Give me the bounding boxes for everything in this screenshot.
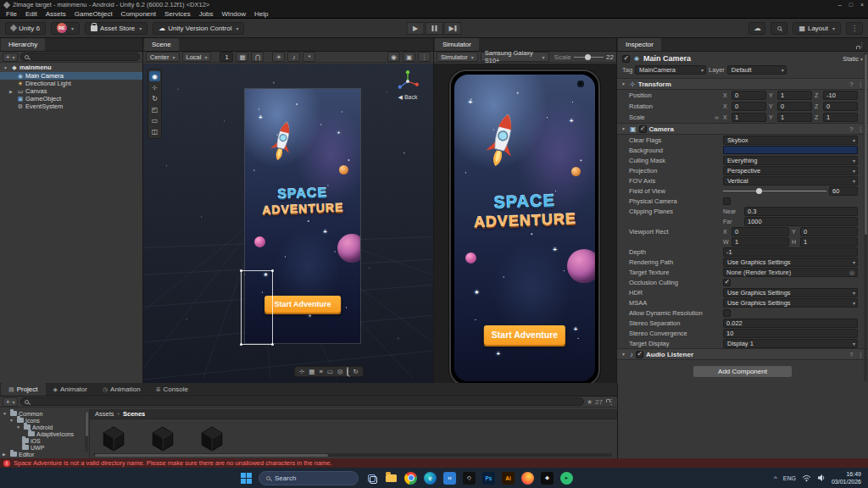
projection-dropdown[interactable]: Perspective: [723, 166, 858, 175]
toolbar-more-icon[interactable]: [846, 22, 863, 35]
breadcrumb-assets[interactable]: Assets: [95, 410, 114, 418]
scene-visibility-icon[interactable]: ◉: [387, 52, 400, 62]
taskbar-search-input[interactable]: Search: [259, 471, 359, 485]
layer-dropdown[interactable]: Default: [727, 65, 787, 75]
fov-slider[interactable]: [723, 186, 826, 195]
foldout-icon[interactable]: [9, 418, 15, 423]
hierarchy-item-canvas[interactable]: Canvas: [0, 87, 142, 95]
foldout-icon[interactable]: [3, 411, 8, 416]
lighting-toggle-icon[interactable]: ☀: [272, 52, 285, 62]
tray-expand-icon[interactable]: ^: [774, 474, 777, 482]
viewport-h-field[interactable]: 1: [800, 237, 858, 247]
tag-dropdown[interactable]: MainCamera: [635, 65, 706, 75]
folder-editor[interactable]: Editor: [0, 451, 89, 458]
tab-simulator[interactable]: Simulator: [435, 38, 479, 51]
edge-icon[interactable]: e: [424, 472, 437, 485]
hierarchy-item-gameobject[interactable]: GameObject: [0, 95, 142, 103]
step-button[interactable]: ▶: [444, 22, 462, 35]
orientation-gizmo[interactable]: ◀ Back: [392, 69, 423, 101]
taskbar-clock[interactable]: 16:49 03/01/2026: [832, 470, 861, 485]
foldout-icon[interactable]: [621, 81, 627, 86]
overlay-rotate-icon[interactable]: ↻: [353, 368, 358, 375]
device-screen[interactable]: + + + ★ + +: [454, 75, 595, 381]
hdr-dropdown[interactable]: Use Graphics Settings: [723, 288, 858, 297]
project-search-input[interactable]: [20, 397, 584, 406]
camera-enabled-checkbox[interactable]: [639, 125, 647, 133]
pivot-dropdown[interactable]: Center: [146, 52, 180, 62]
scale-link-icon[interactable]: ∞: [715, 114, 721, 120]
overlay-orbit-icon[interactable]: ◎: [337, 368, 343, 375]
scene-camera-icon[interactable]: ▣: [403, 52, 415, 62]
add-component-button[interactable]: Add Component: [693, 365, 793, 378]
task-view-icon[interactable]: [365, 472, 378, 485]
inspector-scrollbar[interactable]: [864, 53, 867, 381]
overlay-frame-icon[interactable]: ▭: [327, 368, 333, 375]
close-icon[interactable]: ×: [860, 2, 864, 8]
menu-file[interactable]: File: [2, 10, 21, 18]
rotation-y-field[interactable]: 0: [777, 102, 812, 111]
component-menu-icon[interactable]: [858, 80, 865, 88]
start-adventure-button[interactable]: Start Adventure: [484, 325, 565, 345]
viewport-w-field[interactable]: 1: [732, 237, 789, 247]
grid-size-field[interactable]: 1: [220, 52, 233, 62]
hierarchy-item-main-camera[interactable]: Main Camera: [0, 72, 142, 80]
play-button[interactable]: ▶: [407, 22, 425, 35]
component-menu-icon[interactable]: [858, 125, 865, 133]
hierarchy-add-button[interactable]: +: [3, 53, 18, 62]
rendering-path-dropdown[interactable]: Use Graphics Settings: [723, 258, 858, 267]
foldout-icon[interactable]: [621, 126, 627, 131]
rotate-tool-icon[interactable]: ↻: [149, 93, 160, 103]
target-display-dropdown[interactable]: Display 1: [723, 339, 858, 348]
tab-project[interactable]: ▤Project: [1, 383, 46, 396]
fov-field[interactable]: 60: [829, 186, 858, 196]
menu-window[interactable]: Window: [218, 10, 250, 18]
asset-store-button[interactable]: Asset Store: [85, 22, 147, 35]
foldout-icon[interactable]: [3, 65, 9, 70]
help-icon[interactable]: ?: [849, 125, 853, 133]
foldout-icon[interactable]: [16, 424, 22, 430]
wifi-icon[interactable]: [802, 474, 811, 482]
background-color-field[interactable]: [723, 146, 858, 154]
fov-axis-dropdown[interactable]: Vertical: [723, 176, 858, 186]
static-dropdown[interactable]: Static: [843, 55, 863, 63]
star-icon[interactable]: ★: [587, 398, 593, 406]
tab-console[interactable]: ≣Console: [148, 383, 196, 396]
menu-component[interactable]: Component: [117, 10, 160, 18]
msaa-dropdown[interactable]: Use Graphics Settings: [723, 298, 858, 308]
menu-help[interactable]: Help: [250, 10, 272, 18]
overlay-move-icon[interactable]: ⊹: [299, 368, 304, 375]
tab-scene[interactable]: Scene: [144, 38, 179, 51]
emulator-icon[interactable]: ▸: [560, 472, 573, 485]
windows-start-icon[interactable]: [241, 473, 252, 484]
unity-version-badge[interactable]: Unity 6: [5, 22, 46, 35]
stereo-convergence-field[interactable]: 10: [723, 329, 858, 338]
far-clip-field[interactable]: 1000: [744, 217, 858, 226]
hierarchy-item-eventsystem[interactable]: EventSystem: [0, 103, 142, 110]
horizontal-scrollbar[interactable]: [93, 453, 612, 457]
project-content-area[interactable]: Assets Scenes: [90, 409, 617, 458]
grid-icon[interactable]: ▦: [236, 52, 248, 62]
snap-magnet-icon[interactable]: ⋂: [251, 52, 264, 62]
stereo-separation-field[interactable]: 0.022: [723, 319, 858, 328]
account-dropdown[interactable]: RE: [51, 22, 80, 35]
depth-field[interactable]: -1: [723, 247, 858, 257]
scale-tool-icon[interactable]: ◰: [149, 104, 160, 114]
menu-services[interactable]: Services: [160, 10, 195, 18]
maximize-icon[interactable]: □: [849, 2, 853, 8]
component-menu-icon[interactable]: [858, 351, 865, 358]
scale-slider[interactable]: [574, 53, 604, 61]
tab-animator[interactable]: ◈Animator: [46, 383, 95, 396]
clear-flags-dropdown[interactable]: Skybox: [723, 136, 858, 145]
tab-inspector[interactable]: Inspector: [618, 38, 661, 51]
folder-adaptiveicons[interactable]: AdaptiveIcons: [0, 430, 89, 437]
scene-asset-icon[interactable]: [147, 424, 178, 454]
overlay-grid-icon[interactable]: ▦: [309, 368, 314, 375]
overlay-zoom-icon[interactable]: [347, 368, 348, 375]
device-dropdown[interactable]: Samsung Galaxy S10+: [481, 52, 549, 62]
rotation-x-field[interactable]: 0: [732, 102, 766, 111]
transform-tool-icon[interactable]: ◫: [149, 126, 160, 136]
position-y-field[interactable]: 1: [777, 91, 812, 100]
chrome-icon[interactable]: [404, 472, 417, 485]
folder-ios[interactable]: iOS: [0, 437, 89, 444]
scale-x-field[interactable]: 1: [732, 113, 766, 122]
